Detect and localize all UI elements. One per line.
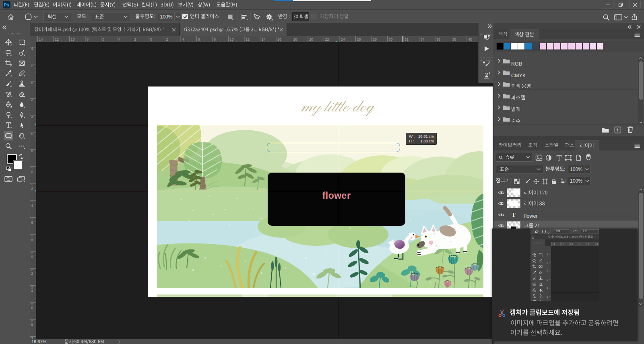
- tool-path-selection[interactable]: [17, 120, 27, 130]
- layer-filter-select[interactable]: 종류: [496, 153, 533, 162]
- swatch-1[interactable]: [504, 43, 510, 49]
- swatch-7[interactable]: [547, 43, 553, 49]
- tool-eyedropper[interactable]: [4, 68, 13, 78]
- chevron-right-icon[interactable]: [498, 82, 500, 86]
- filter-type-layers-icon[interactable]: [556, 154, 562, 161]
- tool-spot-healing-brush[interactable]: [17, 68, 27, 78]
- tool-crop[interactable]: [4, 58, 13, 68]
- tool-preset-chevron-icon[interactable]: [34, 16, 38, 18]
- menu-file[interactable]: 파일(F): [14, 0, 29, 10]
- quick-mask-icon[interactable]: [4, 176, 12, 182]
- scroll-down-icon[interactable]: [638, 303, 643, 306]
- tool-rounded-rectangle-shape[interactable]: [4, 131, 13, 140]
- visibility-eye-icon[interactable]: [498, 191, 505, 195]
- default-colors-icon[interactable]: [6, 167, 11, 171]
- screen-mode-icon[interactable]: [17, 176, 25, 182]
- swap-colors-icon[interactable]: [19, 154, 24, 159]
- tool-hand[interactable]: [17, 131, 27, 140]
- draw-mode-select[interactable]: 픽셀: [43, 12, 71, 21]
- toolbar-collapse-icon[interactable]: [2, 25, 7, 29]
- ruler-top[interactable]: 1412108642024681012141618202224262830323…: [36, 36, 478, 42]
- black-rectangle-layer[interactable]: flower: [268, 173, 405, 226]
- scroll-up-icon[interactable]: [638, 57, 643, 60]
- panel-actions-button[interactable]: [482, 44, 491, 53]
- canvas-workspace[interactable]: my little dog: [36, 42, 493, 339]
- swatch-0[interactable]: [497, 43, 503, 49]
- layer-fill-value[interactable]: 100%: [568, 177, 584, 185]
- close-button[interactable]: [629, 1, 641, 8]
- menu-layer[interactable]: 레이어(L): [76, 0, 97, 10]
- tool-lasso[interactable]: [4, 48, 13, 58]
- zoom-level[interactable]: 16.67%: [31, 339, 46, 344]
- ruler-left[interactable]: 42024681012141618202224262830: [30, 42, 36, 339]
- menu-3d[interactable]: 3D(D): [161, 0, 174, 10]
- home-icon[interactable]: [7, 13, 14, 21]
- visibility-eye-icon[interactable]: [498, 213, 505, 217]
- notification-thumbnail[interactable]: 장미카페 대표.psd @ 100% (텍스트 및 모 141210864 42…: [530, 229, 599, 301]
- anti-alias-checkbox[interactable]: [182, 14, 188, 19]
- layer-row-88[interactable]: 레이어 88: [493, 198, 638, 209]
- share-icon[interactable]: [631, 13, 638, 21]
- panel-menu-icon[interactable]: [634, 33, 640, 37]
- layer-opacity-chevron[interactable]: [584, 165, 590, 173]
- filter-smart-objects-icon[interactable]: [575, 154, 582, 161]
- align-icon[interactable]: [240, 14, 248, 20]
- opacity-value[interactable]: 100%: [158, 12, 175, 21]
- opacity-chevron[interactable]: [175, 12, 182, 21]
- tab-libraries[interactable]: 라이브러리: [493, 140, 526, 150]
- document-tab-2[interactable]: ti332a2404.psd @ 16.7% (그룹 21, RGB/8*) *: [180, 23, 287, 36]
- scroll-up-icon[interactable]: [638, 188, 643, 192]
- menu-window[interactable]: 창(W): [198, 0, 210, 10]
- tab1-close-icon[interactable]: [172, 28, 176, 32]
- swatch-8[interactable]: [554, 43, 560, 49]
- guide-vertical[interactable]: [338, 42, 338, 339]
- dock-close-icon[interactable]: [637, 25, 641, 29]
- swatch-4[interactable]: [525, 43, 532, 49]
- tool-brush[interactable]: [4, 79, 13, 89]
- guide-horizontal-1[interactable]: [36, 125, 493, 125]
- layer-thumbnail[interactable]: [507, 188, 520, 197]
- swatch-12[interactable]: [583, 43, 589, 49]
- ruler-corner[interactable]: [30, 36, 36, 42]
- layer-thumbnail[interactable]: [507, 199, 520, 208]
- swatch-group-4[interactable]: 밝게: [493, 101, 638, 113]
- tool-history-brush[interactable]: [4, 89, 13, 99]
- filter-pixel-layers-icon[interactable]: [535, 154, 543, 161]
- new-swatch-icon[interactable]: [614, 126, 621, 134]
- menu-edit[interactable]: 편집(E): [34, 0, 50, 10]
- menu-select[interactable]: 선택(S): [122, 0, 138, 10]
- tab-styles[interactable]: 스타일: [540, 140, 564, 150]
- background-color-swatch[interactable]: [13, 160, 23, 170]
- swatch-13[interactable]: [590, 43, 596, 49]
- chevron-right-icon[interactable]: [498, 94, 500, 98]
- menu-filter[interactable]: 필터(T): [141, 0, 157, 10]
- tool-quick-selection[interactable]: [17, 48, 27, 58]
- tool-edit-toolbar[interactable]: [17, 141, 27, 151]
- lock-artboard-icon[interactable]: [542, 178, 548, 185]
- chevron-right-icon[interactable]: [498, 59, 500, 63]
- tool-pen[interactable]: [17, 110, 27, 120]
- swatch-group-3[interactable]: 파스텔: [493, 90, 638, 101]
- tab-swatches[interactable]: 색상 견본: [510, 29, 539, 39]
- gear-icon[interactable]: [266, 13, 273, 21]
- guide-horizontal-2[interactable]: [36, 191, 493, 191]
- tool-paint-bucket[interactable]: [4, 100, 13, 109]
- swatch-6[interactable]: [540, 43, 546, 49]
- swatch-5[interactable]: [533, 43, 539, 49]
- menu-image[interactable]: 이미지(I): [53, 0, 72, 10]
- tool-zoom[interactable]: [4, 141, 13, 151]
- document-tab-1[interactable]: 장미카페 대표.psd @ 100% (텍스트 및 모양 추가하기, RGB/8…: [30, 23, 180, 36]
- layer-fill-chevron[interactable]: [584, 177, 590, 185]
- menu-help[interactable]: 도움말(H): [216, 0, 237, 10]
- tool-type[interactable]: [4, 120, 13, 130]
- layer-opacity-value[interactable]: 100%: [568, 165, 584, 173]
- filter-adjustment-layers-icon[interactable]: [545, 154, 552, 161]
- lock-paint-icon[interactable]: [524, 178, 530, 185]
- search-icon[interactable]: [603, 14, 610, 21]
- swatches-scrollbar[interactable]: [638, 56, 643, 126]
- tool-eraser[interactable]: [17, 89, 27, 99]
- scrollbar-thumb[interactable]: [639, 61, 643, 100]
- status-chevron-icon[interactable]: [118, 340, 120, 344]
- new-group-folder-icon[interactable]: [601, 127, 609, 133]
- toolbar-grip[interactable]: [8, 29, 22, 36]
